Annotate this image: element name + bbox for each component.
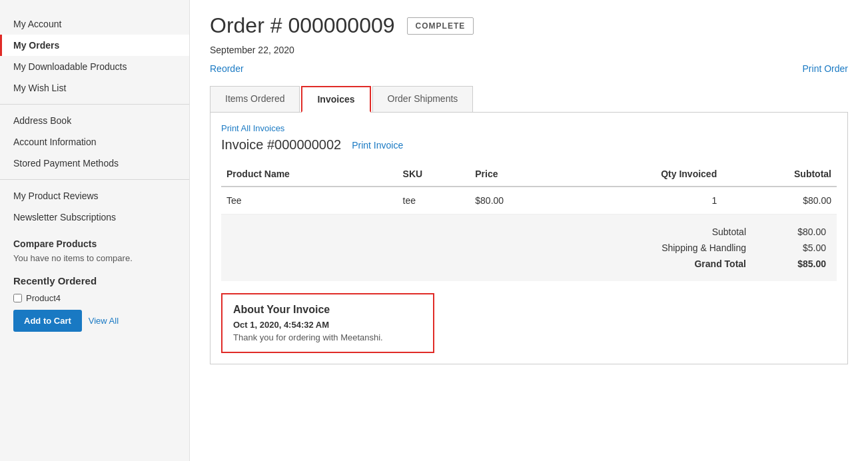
sidebar-item-my-downloadable-products[interactable]: My Downloadable Products bbox=[0, 56, 189, 77]
col-header-product-name: Product Name bbox=[221, 162, 398, 187]
tab-order-shipments[interactable]: Order Shipments bbox=[372, 86, 474, 112]
sidebar-nav: My Account My Orders My Downloadable Pro… bbox=[0, 13, 189, 228]
invoice-table: Product Name SKU Price Qty Invoiced Subt… bbox=[221, 162, 837, 215]
sidebar-item-account-information[interactable]: Account Information bbox=[0, 131, 189, 153]
product-subtotal: $80.00 bbox=[722, 187, 837, 215]
main-content: Order # 000000009 COMPLETE September 22,… bbox=[190, 0, 868, 461]
order-title: Order # 000000009 bbox=[210, 13, 395, 38]
sidebar: My Account My Orders My Downloadable Pro… bbox=[0, 0, 190, 461]
col-header-subtotal: Subtotal bbox=[722, 162, 837, 187]
about-invoice-message: Thank you for ordering with Meetanshi. bbox=[233, 332, 422, 342]
col-header-qty: Qty Invoiced bbox=[564, 162, 723, 187]
about-invoice-date: Oct 1, 2020, 4:54:32 AM bbox=[233, 320, 422, 330]
product-sku: tee bbox=[398, 187, 470, 215]
grand-total-row: Grand Total $85.00 bbox=[232, 256, 826, 272]
compare-products-section: Compare Products You have no items to co… bbox=[0, 228, 189, 268]
sidebar-item-newsletter-subscriptions[interactable]: Newsletter Subscriptions bbox=[0, 207, 189, 228]
recently-ordered-title: Recently Ordered bbox=[13, 275, 176, 286]
tab-invoices[interactable]: Invoices bbox=[301, 86, 370, 113]
invoice-content: Print All Invoices Invoice #000000002 Pr… bbox=[210, 113, 848, 364]
invoice-heading-row: Invoice #000000002 Print Invoice bbox=[221, 137, 837, 153]
add-to-cart-button[interactable]: Add to Cart bbox=[13, 310, 82, 332]
col-header-sku: SKU bbox=[398, 162, 470, 187]
sidebar-item-my-orders[interactable]: My Orders bbox=[0, 35, 189, 56]
subtotal-row: Subtotal $80.00 bbox=[232, 224, 826, 240]
recently-ordered-label: Product4 bbox=[26, 293, 61, 303]
compare-products-text: You have no items to compare. bbox=[13, 253, 176, 263]
about-invoice-title: About Your Invoice bbox=[233, 304, 422, 316]
totals-section: Subtotal $80.00 Shipping & Handling $5.0… bbox=[221, 215, 837, 281]
grand-total-value: $85.00 bbox=[773, 258, 826, 269]
sidebar-item-address-book[interactable]: Address Book bbox=[0, 110, 189, 131]
table-row: Tee tee $80.00 1 $80.00 bbox=[221, 187, 837, 215]
shipping-label: Shipping & Handling bbox=[661, 242, 746, 253]
order-actions: Reorder Print Order bbox=[210, 63, 848, 74]
order-header: Order # 000000009 COMPLETE bbox=[210, 13, 848, 38]
recently-ordered-checkbox[interactable] bbox=[13, 294, 22, 302]
reorder-link[interactable]: Reorder bbox=[210, 63, 244, 74]
print-invoice-link[interactable]: Print Invoice bbox=[352, 140, 403, 151]
tab-items-ordered[interactable]: Items Ordered bbox=[210, 86, 300, 112]
status-badge: COMPLETE bbox=[407, 17, 474, 35]
tabs: Items Ordered Invoices Order Shipments bbox=[210, 86, 848, 113]
shipping-value: $5.00 bbox=[773, 242, 826, 253]
recently-ordered-item: Product4 bbox=[13, 293, 176, 303]
print-all-invoices-link[interactable]: Print All Invoices bbox=[221, 123, 837, 133]
compare-products-title: Compare Products bbox=[13, 238, 176, 249]
subtotal-label: Subtotal bbox=[712, 227, 746, 237]
sidebar-item-stored-payment-methods[interactable]: Stored Payment Methods bbox=[0, 153, 189, 174]
invoice-number: Invoice #000000002 bbox=[221, 137, 341, 153]
product-price: $80.00 bbox=[470, 187, 563, 215]
view-all-link[interactable]: View All bbox=[89, 316, 119, 326]
about-invoice-box: About Your Invoice Oct 1, 2020, 4:54:32 … bbox=[221, 293, 434, 353]
subtotal-value: $80.00 bbox=[773, 227, 826, 237]
print-order-link[interactable]: Print Order bbox=[803, 63, 848, 74]
recently-ordered-section: Recently Ordered Product4 Add to Cart Vi… bbox=[0, 268, 189, 338]
product-name: Tee bbox=[221, 187, 398, 215]
order-date: September 22, 2020 bbox=[210, 45, 848, 55]
recently-ordered-actions: Add to Cart View All bbox=[13, 310, 176, 332]
sidebar-item-my-account[interactable]: My Account bbox=[0, 13, 189, 35]
col-header-price: Price bbox=[470, 162, 563, 187]
grand-total-label: Grand Total bbox=[694, 258, 746, 269]
sidebar-item-my-wish-list[interactable]: My Wish List bbox=[0, 77, 189, 99]
shipping-row: Shipping & Handling $5.00 bbox=[232, 240, 826, 256]
sidebar-item-my-product-reviews[interactable]: My Product Reviews bbox=[0, 185, 189, 207]
product-qty: 1 bbox=[564, 187, 723, 215]
